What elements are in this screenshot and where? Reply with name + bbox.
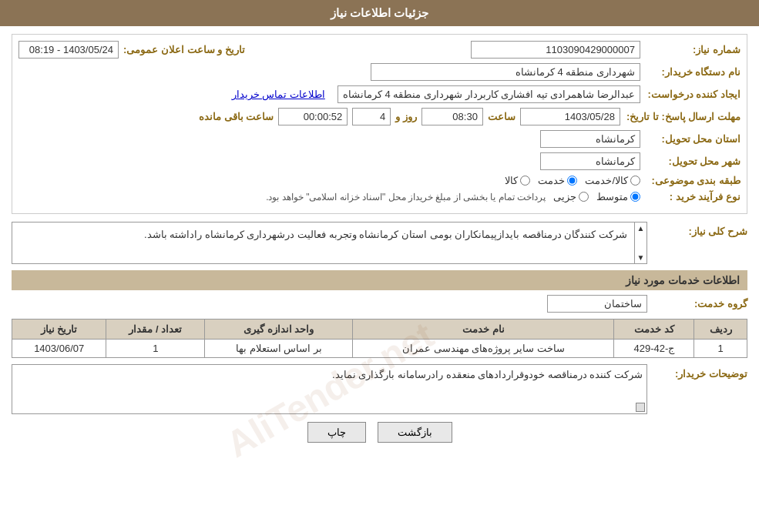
print-button[interactable]: چاپ (307, 422, 366, 443)
service-group-value: ساختمان (547, 295, 647, 313)
province-label: استان محل تحویل: (640, 133, 741, 145)
services-table: ردیفکد خدمتنام خدمتواحد اندازه گیریتعداد… (12, 319, 747, 358)
table-header-cell: واحد اندازه گیری (205, 320, 353, 340)
notes-resize-handle[interactable] (636, 403, 645, 412)
deadline-time: 08:30 (421, 108, 483, 125)
table-header-cell: تعداد / مقدار (106, 320, 205, 340)
purchase-jozi-label: جزیی (553, 191, 576, 202)
city-label: شهر محل تحویل: (640, 156, 741, 167)
deadline-remaining: 00:00:52 (278, 108, 348, 125)
buyer-notes-section: توضیحات خریدار: AliTender.net شرکت کننده… (12, 364, 747, 414)
category-khedmat-item: خدمت (538, 175, 577, 186)
deadline-label: مهلت ارسال پاسخ: تا تاریخ: (620, 111, 741, 122)
description-box: ▲ ▼ شرکت کنندگان درمناقصه بایدازپیمانکار… (12, 222, 647, 264)
category-radio-group: کالا/خدمت خدمت کالا (505, 175, 640, 186)
table-header-cell: تاریخ نیاز (12, 320, 106, 340)
table-header-cell: ردیف (694, 320, 747, 340)
buyer-org-value: شهرداری منطقه 4 کرمانشاه (371, 63, 640, 81)
purchase-jozi-item: جزیی (553, 191, 589, 202)
row-description: شرح کلی نیاز: ▲ ▼ شرکت کنندگان درمناقصه … (12, 222, 747, 264)
table-body: 1ج-42-429ساخت سایر پروژه‌های مهندسی عمرا… (12, 340, 747, 358)
scroll-down-arrow[interactable]: ▼ (636, 252, 646, 263)
table-cell: 1 (106, 340, 205, 358)
content-area: شماره نیاز: 1103090429000007 تاریخ و ساع… (0, 26, 759, 458)
table-cell: 1 (694, 340, 747, 358)
purchase-jozi-radio[interactable] (579, 192, 589, 202)
deadline-time-label: ساعت (483, 111, 520, 122)
table-header-row: ردیفکد خدمتنام خدمتواحد اندازه گیریتعداد… (12, 320, 747, 340)
creator-link[interactable]: اطلاعات تماس خریدار (232, 89, 325, 100)
page-container: جزئیات اطلاعات نیاز شماره نیاز: 11030904… (0, 0, 759, 532)
row-service-group: گروه خدمت: ساختمان (12, 295, 747, 313)
announce-date-value: 1403/05/24 - 08:19 (18, 41, 119, 59)
purchase-desc: پرداخت تمام یا بخشی از مبلغ خریداز محل "… (258, 192, 553, 202)
category-khedmat-radio[interactable] (567, 176, 577, 186)
category-kala-khedmat-item: کالا/خدمت (585, 175, 640, 186)
tender-number-label: شماره نیاز: (640, 44, 741, 55)
row-city: شهر محل تحویل: کرمانشاه (18, 152, 741, 170)
table-row: 1ج-42-429ساخت سایر پروژه‌های مهندسی عمرا… (12, 340, 747, 358)
service-group-label: گروه خدمت: (647, 298, 747, 309)
purchase-motavaset-item: متوسط (596, 191, 640, 202)
row-category: طبقه بندی موضوعی: کالا/خدمت خدمت کالا (18, 175, 741, 186)
services-section-header: اطلاعات خدمات مورد نیاز (12, 270, 747, 290)
scroll-up-arrow[interactable]: ▲ (636, 223, 646, 234)
description-label: شرح کلی نیاز: (647, 222, 747, 237)
purchase-type-label: نوع فرآیند خرید : (640, 191, 741, 202)
category-kala-radio[interactable] (520, 176, 530, 186)
row-creator: ایجاد کننده درخواست: عبدالرضا شاهمرادی ت… (18, 85, 741, 103)
buyer-notes-text: شرکت کننده درمناقصه خودوقراردادهای منعقد… (332, 369, 643, 380)
category-kala-khedmat-label: کالا/خدمت (585, 175, 628, 186)
deadline-date: 1403/05/28 (520, 108, 620, 125)
table-cell: 1403/06/07 (12, 340, 106, 358)
table-cell: ساخت سایر پروژه‌های مهندسی عمران (353, 340, 614, 358)
description-text: شرکت کنندگان درمناقصه بایدازپیمانکاران ب… (140, 226, 643, 243)
purchase-type-radio-group: متوسط جزیی (553, 191, 640, 202)
buyer-org-label: نام دستگاه خریدار: (640, 66, 741, 78)
category-kala-khedmat-radio[interactable] (630, 176, 640, 186)
row-deadline: مهلت ارسال پاسخ: تا تاریخ: 1403/05/28 سا… (18, 108, 741, 125)
row-buyer-org: نام دستگاه خریدار: شهرداری منطقه 4 کرمان… (18, 63, 741, 81)
back-button[interactable]: بازگشت (378, 422, 452, 443)
table-cell: بر اساس استعلام بها (205, 340, 353, 358)
buyer-notes-label: توضیحات خریدار: (647, 364, 747, 380)
city-value: کرمانشاه (540, 152, 640, 170)
announce-date-label: تاریخ و ساعت اعلان عمومی: (119, 44, 250, 55)
category-kala-item: کالا (505, 175, 530, 186)
creator-label: ایجاد کننده درخواست: (640, 89, 741, 100)
deadline-remaining-label: ساعت باقی مانده (194, 111, 278, 122)
page-header: جزئیات اطلاعات نیاز (0, 0, 759, 26)
row-province: استان محل تحویل: کرمانشاه (18, 130, 741, 148)
deadline-days: 4 (352, 108, 391, 125)
category-label: طبقه بندی موضوعی: (640, 175, 741, 186)
table-header: ردیفکد خدمتنام خدمتواحد اندازه گیریتعداد… (12, 320, 747, 340)
table-header-cell: کد خدمت (614, 320, 694, 340)
table-header-cell: نام خدمت (353, 320, 614, 340)
deadline-days-label: روز و (391, 111, 421, 122)
scroll-arrows[interactable]: ▲ ▼ (634, 223, 646, 263)
category-kala-label: کالا (505, 175, 518, 186)
row-purchase-type: نوع فرآیند خرید : متوسط جزیی پرداخت تمام… (18, 191, 741, 202)
purchase-motavaset-radio[interactable] (630, 192, 640, 202)
purchase-motavaset-label: متوسط (596, 191, 628, 202)
table-cell: ج-42-429 (614, 340, 694, 358)
province-value: کرمانشاه (540, 130, 640, 148)
row-tender-number: شماره نیاز: 1103090429000007 تاریخ و ساع… (18, 41, 741, 59)
category-khedmat-label: خدمت (538, 175, 565, 186)
buyer-notes-box: AliTender.net شرکت کننده درمناقصه خودوقر… (12, 364, 647, 414)
page-title: جزئیات اطلاعات نیاز (331, 6, 428, 19)
tender-number-value: 1103090429000007 (471, 41, 640, 59)
main-info-section: شماره نیاز: 1103090429000007 تاریخ و ساع… (12, 34, 747, 214)
creator-value: عبدالرضا شاهمرادی تیه افشاری کاربردار شه… (338, 85, 640, 103)
button-row: بازگشت چاپ (12, 422, 747, 443)
